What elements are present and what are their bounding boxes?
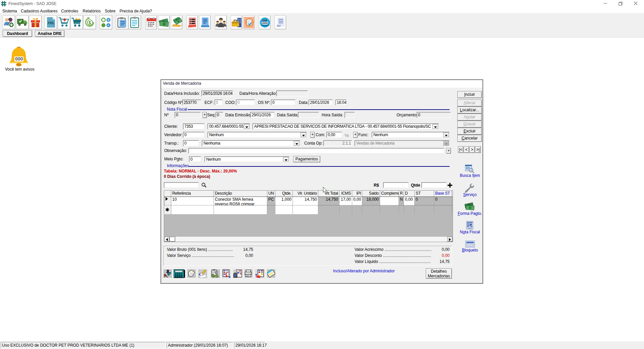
svg-text:$: $ bbox=[89, 21, 91, 25]
svg-text:XML: XML bbox=[48, 21, 55, 25]
svg-text:000: 000 bbox=[15, 56, 23, 62]
